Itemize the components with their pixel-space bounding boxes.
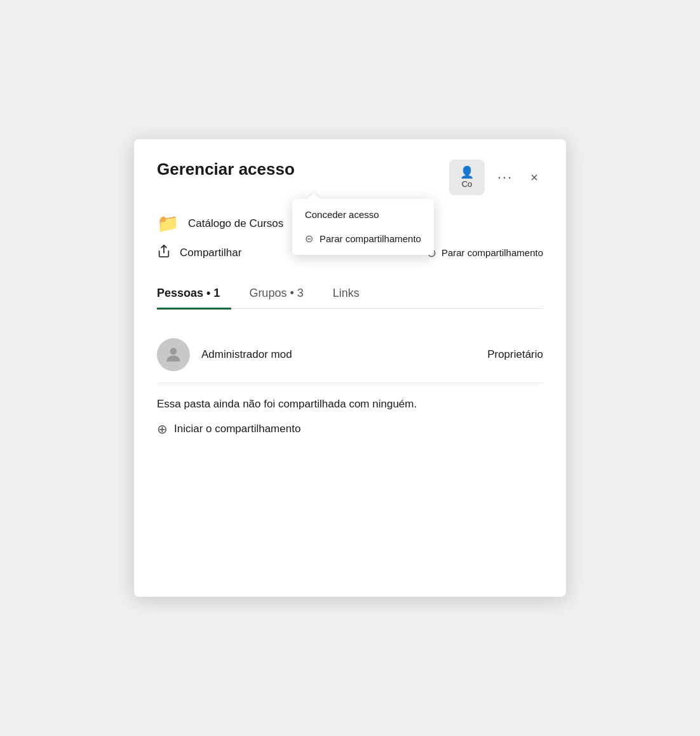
plus-circle-icon: ⊕ — [157, 421, 168, 437]
grant-access-label: Conceder acesso — [305, 209, 379, 220]
empty-state: Essa pasta ainda não foi compartilhada c… — [157, 396, 543, 437]
empty-message: Essa pasta ainda não foi compartilhada c… — [157, 396, 543, 412]
stop-sharing-dropdown-label: Parar compartilhamento — [320, 233, 421, 244]
tabs-row: Pessoas • 1 Grupos • 3 Links — [157, 279, 543, 309]
stop-sharing-button[interactable]: ⊝ Parar compartilhamento — [427, 246, 543, 260]
start-sharing-button[interactable]: ⊕ Iniciar o compartilhamento — [157, 421, 300, 437]
person-avatar — [157, 338, 190, 371]
tab-people-label: Pessoas • 1 — [157, 287, 220, 299]
people-list: Administrador mod Proprietário Essa past… — [157, 327, 543, 437]
more-options-button[interactable]: ··· — [492, 167, 518, 188]
dropdown-item-stop[interactable]: ⊝ Parar compartilhamento — [292, 226, 434, 251]
person-icon: 👤 — [460, 167, 474, 178]
header-row: Gerenciar acesso 👤 Co Conceder acesso ⊝ … — [157, 160, 543, 195]
avatar-button[interactable]: 👤 Co — [449, 160, 485, 195]
close-button[interactable]: × — [525, 168, 543, 187]
avatar-label: Co — [462, 179, 473, 189]
person-row: Administrador mod Proprietário — [157, 327, 543, 383]
folder-icon: 📁 — [157, 213, 179, 234]
dropdown-item-grant[interactable]: Conceder acesso — [292, 203, 434, 226]
start-sharing-label: Iniciar o compartilhamento — [174, 423, 300, 435]
person-name: Administrador mod — [201, 348, 476, 361]
manage-access-dialog: Gerenciar acesso 👤 Co Conceder acesso ⊝ … — [134, 139, 566, 597]
share-label: Compartilhar — [180, 247, 241, 259]
dialog-title: Gerenciar acesso — [157, 160, 295, 179]
avatar-container: 👤 Co Conceder acesso ⊝ Parar compartilha… — [449, 160, 485, 195]
dropdown-menu: Conceder acesso ⊝ Parar compartilhamento — [292, 199, 434, 255]
dropdown-arrow — [307, 193, 320, 199]
tab-people[interactable]: Pessoas • 1 — [157, 280, 231, 310]
tab-links-label: Links — [333, 287, 360, 299]
more-icon: ··· — [497, 169, 513, 186]
close-icon: × — [530, 170, 538, 185]
header-actions: 👤 Co Conceder acesso ⊝ Parar compartilha… — [449, 160, 543, 195]
minus-circle-icon: ⊝ — [305, 233, 313, 245]
tab-groups[interactable]: Grupos • 3 — [249, 280, 314, 310]
person-role: Proprietário — [487, 348, 543, 361]
folder-name: Catálogo de Cursos — [188, 217, 283, 230]
share-icon — [157, 244, 171, 261]
svg-point-1 — [170, 348, 177, 355]
tab-groups-label: Grupos • 3 — [249, 287, 303, 299]
stop-sharing-label: Parar compartilhamento — [441, 247, 543, 258]
tab-links[interactable]: Links — [333, 280, 371, 310]
